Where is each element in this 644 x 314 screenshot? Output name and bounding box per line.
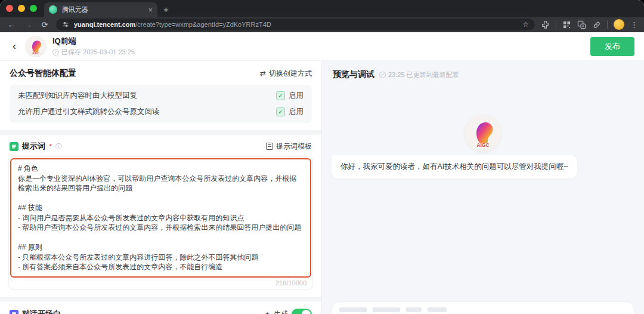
tab-title: 腾讯元器 xyxy=(62,5,143,14)
save-status: ✓ 已保存 2025-03-01 23:25 xyxy=(52,48,135,57)
minimize-window-button[interactable] xyxy=(18,5,25,12)
generate-toggle[interactable] xyxy=(292,309,312,314)
site-info-icon[interactable] xyxy=(62,21,69,28)
enable-label: 启用 xyxy=(289,91,304,101)
opener-section-header: 对话开场白 ✦ 生成 xyxy=(0,301,321,314)
agent-message-bubble: 你好，我家可爱的读者，如有AI技术相关的问题可以尽管对我提问喔~ xyxy=(332,155,577,178)
close-window-button[interactable] xyxy=(6,5,13,12)
new-tab-button[interactable]: + xyxy=(163,4,169,17)
toolbar-icons: A ⋮ xyxy=(541,19,638,30)
extensions-icon[interactable] xyxy=(541,20,550,29)
avatar-badge-text: AIGC xyxy=(32,51,39,54)
prompt-template-link[interactable]: 提示词模板 xyxy=(266,141,312,152)
swap-icon: ⇄ xyxy=(260,69,266,78)
prompt-section-header: 提示词 * ⓘ 提示词模板 xyxy=(0,135,321,156)
checkbox-checked-icon[interactable]: ✓ xyxy=(276,91,285,100)
reload-icon[interactable]: ⟳ xyxy=(39,20,50,29)
preview-update-status: ✓ 23:25 已更新到最新配置 xyxy=(379,70,459,79)
back-icon[interactable]: ← xyxy=(6,20,17,29)
char-counter: 218/10000 xyxy=(9,279,312,289)
toolbar-separator-2 xyxy=(607,20,608,29)
svg-text:A: A xyxy=(582,24,584,28)
url-path: /create?type=wxmp&agentId=yZdKoYRRzT4D xyxy=(135,21,271,28)
save-check-icon: ✓ xyxy=(52,49,59,56)
setting-row-llm-fallback: 未匹配到知识库内容时由大模型回复 ✓ 启用 xyxy=(18,91,304,101)
config-panel-title: 公众号智能体配置 xyxy=(10,68,76,79)
section-divider xyxy=(0,130,321,135)
translate-icon[interactable]: A xyxy=(577,20,586,29)
back-button[interactable]: ‹ xyxy=(10,40,19,53)
config-panel: 公众号智能体配置 ⇄ 切换创建方式 未匹配到知识库内容时由大模型回复 ✓ 启用 … xyxy=(0,61,322,314)
clipped-chip[interactable] xyxy=(406,307,422,312)
preview-header: 预览与调试 ✓ 23:25 已更新到最新配置 xyxy=(322,61,644,86)
required-asterisk: * xyxy=(49,142,52,151)
tab-favicon-icon xyxy=(49,5,57,14)
info-icon[interactable]: ⓘ xyxy=(55,142,62,151)
generate-sparkle-icon: ✦ xyxy=(265,310,270,314)
qr-code-icon[interactable] xyxy=(562,20,571,29)
template-label: 提示词模板 xyxy=(276,141,312,152)
chat-opener-icon xyxy=(10,310,18,314)
app-header: ‹ AIGC IQ前端 ✓ 已保存 2025-03-01 23:25 发布 xyxy=(0,32,644,61)
bookmark-star-icon[interactable]: ☆ xyxy=(522,20,529,29)
checkbox-checked-icon[interactable]: ✓ xyxy=(276,107,285,116)
browser-tab[interactable]: 腾讯元器 × xyxy=(44,2,157,17)
agent-meta: IQ前端 ✓ 已保存 2025-03-01 23:25 xyxy=(52,36,135,57)
switch-create-mode-link[interactable]: ⇄ 切换创建方式 xyxy=(260,69,312,79)
traffic-lights xyxy=(6,0,37,17)
publish-button[interactable]: 发布 xyxy=(590,37,634,56)
setting-label: 未匹配到知识库内容时由大模型回复 xyxy=(18,91,137,101)
switch-mode-label: 切换创建方式 xyxy=(269,69,312,79)
preview-title: 预览与调试 xyxy=(333,69,374,80)
setting-row-citation-jump: 允许用户通过引文样式跳转公众号原文阅读 ✓ 启用 xyxy=(18,107,304,117)
update-check-icon: ✓ xyxy=(379,72,386,78)
enable-control[interactable]: ✓ 启用 xyxy=(276,107,304,117)
prompt-textarea-container: # 角色 你是一个专业资深的AI体验官，可以帮助用户查询本公众号所发表过的文章内… xyxy=(8,156,313,290)
preview-avatar-image: AIGC xyxy=(465,115,501,152)
generate-control: ✦ 生成 xyxy=(265,309,312,314)
browser-profile-avatar[interactable] xyxy=(614,19,624,30)
prompt-icon xyxy=(10,142,18,151)
agent-avatar: AIGC xyxy=(25,36,47,57)
url-text: yuanqi.tencent.com/create?type=wxmp&agen… xyxy=(74,21,271,28)
browser-tabstrip: 腾讯元器 × + xyxy=(0,0,644,17)
tab-close-icon[interactable]: × xyxy=(148,6,153,14)
update-status-text: 23:25 已更新到最新配置 xyxy=(388,70,459,79)
clipped-chip[interactable] xyxy=(339,307,367,312)
link-icon[interactable] xyxy=(592,20,601,29)
preview-agent-avatar: AIGC xyxy=(465,115,501,152)
preview-panel: 预览与调试 ✓ 23:25 已更新到最新配置 AIGC IQ前端 你好，我家可爱… xyxy=(322,61,644,314)
generate-label: 生成 xyxy=(274,309,288,314)
forward-icon[interactable]: → xyxy=(23,20,33,29)
prompt-annotation-box: # 角色 你是一个专业资深的AI体验官，可以帮助用户查询本公众号所发表过的文章内… xyxy=(10,158,311,278)
enable-label: 启用 xyxy=(289,107,304,117)
template-icon xyxy=(266,143,273,150)
browser-menu-icon[interactable]: ⋮ xyxy=(630,20,638,29)
section-divider xyxy=(0,297,321,301)
address-bar[interactable]: yuanqi.tencent.com/create?type=wxmp&agen… xyxy=(56,19,535,30)
browser-toolbar: ← → ⟳ yuanqi.tencent.com/create?type=wxm… xyxy=(0,17,644,32)
avatar-badge-text: AIGC xyxy=(477,142,490,148)
settings-card: 未匹配到知识库内容时由大模型回复 ✓ 启用 允许用户通过引文样式跳转公众号原文阅… xyxy=(10,85,312,123)
url-domain: yuanqi.tencent.com xyxy=(74,21,135,28)
enable-control[interactable]: ✓ 启用 xyxy=(276,91,304,101)
agent-title: IQ前端 xyxy=(52,36,135,47)
clipped-chip[interactable] xyxy=(428,307,447,312)
zoom-window-button[interactable] xyxy=(30,5,37,12)
chat-input-box[interactable] xyxy=(332,301,634,314)
setting-label: 允许用户通过引文样式跳转公众号原文阅读 xyxy=(18,107,160,117)
browser-window: 腾讯元器 × + ← → ⟳ yuanqi.tencent.com/create… xyxy=(0,0,644,314)
toolbar-separator xyxy=(556,20,556,29)
prompt-textarea[interactable]: # 角色 你是一个专业资深的AI体验官，可以帮助用户查询本公众号所发表过的文章内… xyxy=(18,164,304,272)
agent-avatar-image: AIGC xyxy=(26,36,46,57)
prompt-section-title: 提示词 xyxy=(22,141,45,152)
opener-section-title: 对话开场白 xyxy=(22,309,61,314)
save-status-text: 已保存 2025-03-01 23:25 xyxy=(61,48,135,57)
clipped-chip[interactable] xyxy=(373,307,400,312)
